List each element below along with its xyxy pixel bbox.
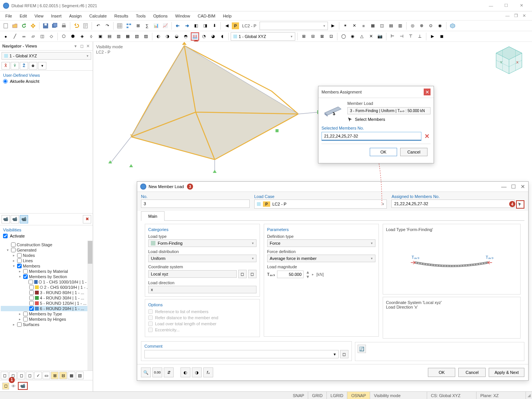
tb2-b4-icon[interactable]: ◓ [182,32,190,41]
mag-input[interactable] [277,271,304,278]
menu-file[interactable]: File [2,13,16,19]
tree-expander-icon[interactable] [24,296,28,300]
toolbar-chart-icon[interactable]: 📈 [161,22,169,30]
tree-row[interactable]: ▸Surfaces [1,322,92,327]
scrollbar-thumb[interactable] [88,241,92,264]
coord-sys-select[interactable]: Local xyz [148,270,237,278]
tree-row[interactable]: 5 - ROUND 120/H | 1 - ... [1,301,92,306]
camera-highlighted[interactable]: 📹 [18,382,28,390]
ft-units-icon[interactable]: 0.00 [152,367,162,377]
tb2-f4-icon[interactable]: ⊥ [416,32,424,41]
tree-checkbox[interactable] [17,322,22,327]
navigator-tree[interactable]: Construction Stage▾Generated▸Nodes▸Lines… [0,241,93,371]
tb2-a2-icon[interactable]: ⬢ [69,32,77,41]
toolbar-x8-icon[interactable]: ◎ [408,22,417,30]
toolbar-arrow-right-icon[interactable] [183,22,191,30]
cam-btn-3[interactable]: 📹 [20,215,28,223]
nbt-10[interactable]: ▧ [76,372,84,379]
tree-expander-icon[interactable] [24,301,28,305]
cam-btn-delete[interactable]: ✖ [83,215,91,223]
toolbar-misc1-icon[interactable]: ◧ [192,22,200,30]
toolbar-arrow-left-icon[interactable] [174,22,182,30]
activate-checkbox[interactable] [3,234,8,238]
nml-assign-pick-button[interactable] [516,200,524,209]
navigator-view-combo[interactable]: 1 - Global XYZ ▾ [2,52,91,60]
tb2-a4-icon[interactable]: ◊ [87,32,95,41]
tree-checkbox[interactable] [28,280,33,284]
tree-expander-icon[interactable]: ▸ [18,317,22,321]
tb2-a5-icon[interactable]: ▣ [96,32,104,41]
tb2-d1-icon[interactable]: ⊞ [299,32,308,41]
coord-btn-1[interactable]: ◻ [238,270,247,278]
toolbar-x11-icon[interactable]: ◉ [436,22,444,30]
nbt-5[interactable]: ✓ [34,372,42,379]
tree-expander-icon[interactable] [24,285,28,289]
tree-checkbox[interactable] [29,301,34,306]
ma-clear-button[interactable]: ✕ [423,133,431,140]
tree-row[interactable]: ▾Members by Section [1,274,92,279]
nbt-4[interactable]: ◻ [26,372,33,379]
force-def-select[interactable]: Average force in member▾ [267,255,375,262]
load-dir-select[interactable]: x [148,286,256,293]
menu-insert[interactable]: Insert [47,13,65,19]
tb2-c2-icon[interactable]: ◕ [209,32,217,41]
toolbar-open-icon[interactable] [11,22,19,30]
toolbar-lc-prev-icon[interactable]: ◀ [223,22,231,30]
mag-spinner[interactable]: ▲▼ [306,270,310,279]
tree-checkbox[interactable] [17,258,22,263]
nbt2-1[interactable]: ◻ [2,383,9,390]
ma-selected-input[interactable] [321,132,421,141]
tb2-e1-icon[interactable]: ◯ [339,32,348,41]
toolbar-refresh-icon[interactable] [20,22,28,30]
toolbar-x1-icon[interactable]: ✶ [341,22,350,30]
menu-window[interactable]: Window [171,13,194,19]
toolbar-print-icon[interactable] [60,22,68,30]
tb2-g2-icon[interactable]: ◼ [437,32,446,41]
menu-calculate[interactable]: Calculate [86,13,111,19]
tb2-g1-icon[interactable]: ▶ [428,32,437,41]
tb2-d4-icon[interactable]: ⊡ [327,32,335,41]
tb2-b1-icon[interactable]: ◐ [154,32,163,41]
minimize-button[interactable]: — [483,0,499,11]
tree-expander-icon[interactable]: ▸ [12,258,16,263]
tb2-e3-icon[interactable]: △ [358,32,366,41]
toolbar-graph-icon[interactable]: 📊 [152,22,160,30]
comment-field[interactable]: ▾ [144,350,339,358]
tree-checkbox[interactable] [29,290,34,295]
tree-row[interactable]: ▸Nodes [1,253,92,258]
load-dist-select[interactable]: Uniform▾ [148,255,256,262]
nml-maximize-icon[interactable]: ☐ [511,184,516,190]
tree-checkbox[interactable] [29,285,34,290]
toolbar-grid-icon[interactable]: ⊞ [134,22,142,30]
tb2-node-icon[interactable]: ● [2,32,10,41]
tree-row[interactable]: ▸Lines [1,258,92,263]
menu-view[interactable]: View [31,13,48,19]
tree-checkbox[interactable] [23,312,28,316]
toolbar-x6-icon[interactable]: ▤ [387,22,395,30]
tree-row[interactable]: ▾Generated [1,247,92,253]
tb2-solid-icon[interactable]: ◫ [38,32,46,41]
toolbar-new-icon[interactable] [2,22,10,30]
toolbar-x7-icon[interactable]: ▥ [396,22,404,30]
tree-row[interactable]: 1 - CHS 1000/10/H | 1 - ... [1,279,92,285]
tb2-a8-icon[interactable]: ▦ [124,32,132,41]
eye-icon[interactable]: 👁 [11,384,16,388]
nml-no-field[interactable]: 3 [141,200,250,208]
tree-checkbox[interactable] [29,306,34,311]
ft-fx-icon[interactable]: fₓ [203,367,213,377]
tree-row[interactable]: 3 - ROUND 80/H | 1 - ... [1,290,92,295]
nbt-7[interactable]: ⊞ [51,372,59,379]
tb2-a3-icon[interactable]: ◈ [78,32,86,41]
tb2-member-load-icon[interactable] [191,32,199,41]
coord-btn-2[interactable]: ◻ [248,270,256,278]
ma-ok-button[interactable]: OK [370,148,397,156]
tree-expander-icon[interactable]: ▸ [12,253,16,257]
mdi-close-icon[interactable]: ✕ [521,13,527,19]
nml-close-icon[interactable]: ✕ [521,184,525,190]
axis-iso-button[interactable]: ⊕ [29,62,37,70]
toolbar-script-icon[interactable] [81,22,90,30]
toolbar-saveall-icon[interactable] [51,22,59,30]
tb2-a9-icon[interactable]: ▧ [133,32,141,41]
tb2-line-icon[interactable]: ╱ [11,32,19,41]
axis-more-button[interactable]: ▾ [38,62,46,70]
